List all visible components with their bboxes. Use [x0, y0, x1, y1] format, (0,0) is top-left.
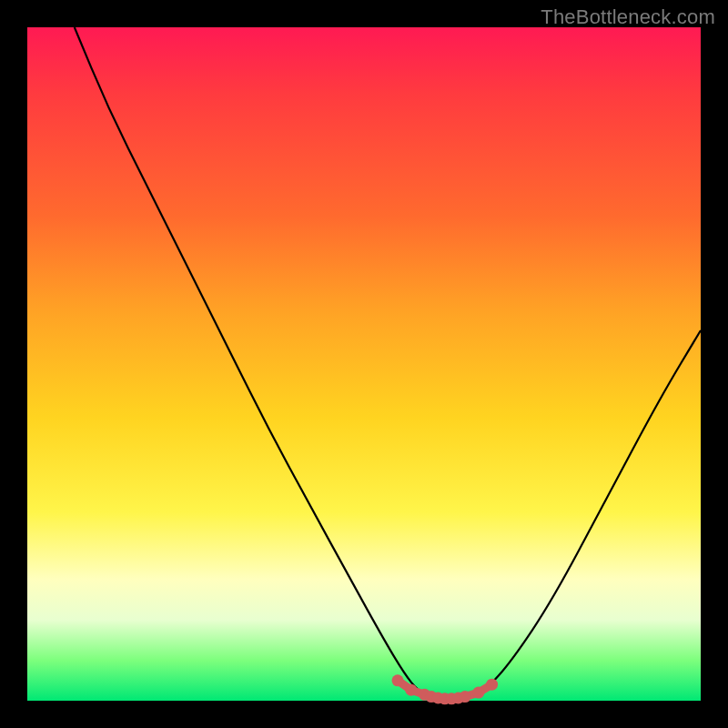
watermark-text: TheBottleneck.com [541, 5, 715, 29]
plot-area [27, 27, 701, 701]
optimal-marker-dot [486, 679, 498, 691]
chart-svg [27, 27, 701, 701]
chart-frame: TheBottleneck.com [0, 0, 728, 728]
optimal-marker-dot [392, 674, 404, 686]
optimal-marker-dot [472, 687, 484, 699]
optimal-marker-dot [460, 691, 471, 703]
bottleneck-curve-path [75, 27, 701, 699]
optimal-marker-dot [405, 684, 417, 696]
